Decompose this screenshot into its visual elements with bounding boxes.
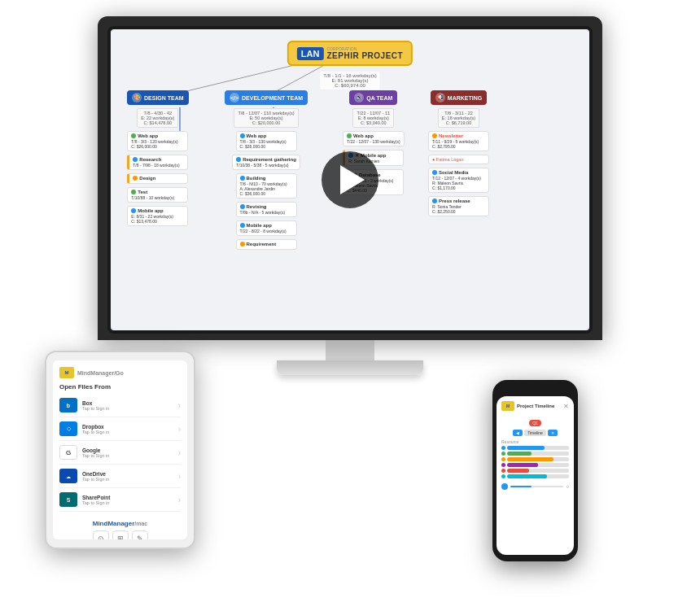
marketing-info: T/8 - 3/11 - 22E: 18 workday(s)C: $6,719… [438,108,479,128]
desktop-monitor: LAN CORPORATION ZEPHIR PROJECT T/8 - 1/1… [98,16,602,375]
phone-bar-4 [507,463,569,467]
dev-mobileapp-card: Mobile app T/22 - 8/22 - 8 workday(s) [236,220,297,236]
tablet-edit-icon[interactable]: ✎ [132,530,148,539]
phone-progress-track [510,486,563,487]
monitor-stand-base [277,360,423,375]
phone-bar-6 [507,474,569,478]
monitor-stand-neck [326,340,374,360]
dropbox-icon: ◇ [59,421,77,436]
phone-row-6 [501,474,569,478]
phone-bottom-row: ○ [501,483,569,490]
design-team-header: 🎨 DESIGN TEAM [127,90,189,105]
tablet-bottom-brand: MindManager/mac [59,520,181,527]
google-arrow-icon: › [178,448,181,457]
design-test-card: Test T/10/88 - 10 workday(s) [127,187,188,203]
tablet-bottom-section: MindManager/mac ⊙ ⊞ ✎ [59,520,181,539]
tablet-view-icon[interactable]: ⊙ [93,530,109,539]
tablet-logo-icon: M [59,367,74,378]
phone-header: M Project Timeline ✕ [501,401,569,411]
phone-row-2 [501,452,569,456]
marketing-header: 📢 MARKETING [431,90,487,105]
tablet-subtitle: Open Files From [59,383,181,391]
sharepoint-arrow-icon: › [178,495,181,504]
phone-fill-3 [507,457,553,461]
phone-nav-buttons: ◀ Timeline ✕ [501,430,569,436]
phone-logo: M [501,401,514,411]
phone-row-4 [501,463,569,467]
phone-bar-1 [507,446,569,450]
phone-notch [519,386,552,393]
phone-row-3 [501,457,569,461]
tablet-google-info: Google Tap to Sign in [82,447,173,458]
phone-nav-label: Timeline [524,430,546,436]
box-arrow-icon: › [178,401,181,410]
sharepoint-icon: S [59,492,77,507]
phone-nav-btn2[interactable]: ✕ [548,430,558,436]
marketing-column: 📢 MARKETING T/8 - 3/11 - 22E: 18 workday… [428,90,489,216]
phone-circle-indicator [501,483,508,490]
qa-team-info: T/22 - 12/07 - 11E: 8 workday(s)C: $3,04… [352,108,394,128]
phone-dot-3 [501,457,505,461]
phone-fill-5 [507,469,529,473]
root-info: T/8 - 1/1 - 16 workday(s) E: 91 workday(… [320,72,379,89]
tablet-box-info: Box Tap to Sign in [82,400,173,411]
tablet-grid-icon[interactable]: ⊞ [112,530,129,539]
tablet-device: M MindManager/Go Open Files From b Box T… [45,351,195,549]
tablet-file-sharepoint[interactable]: S SharePoint Tap to Sign in › [59,488,181,512]
phone-dot-6 [501,474,505,478]
qa-icon: 🔊 [354,93,364,103]
phone-row-5 [501,469,569,473]
dev-webapp-card: Web app T/8 - 3/3 - 130 workday(s) C: $2… [236,131,297,151]
tablet-file-dropbox[interactable]: ◇ Dropbox Tap to Sign in › [59,417,181,441]
phone-bar-2 [507,452,569,456]
tablet-file-onedrive[interactable]: ☁ OneDrive Tap to Sign in › [59,465,181,488]
onedrive-icon: ☁ [59,469,77,483]
marketing-newsletter-card: Newsletter T/11 - 9/29 - 5 workday(s) C:… [428,131,489,151]
onedrive-arrow-icon: › [178,472,181,481]
tablet-screen: M MindManager/Go Open Files From b Box T… [53,360,187,539]
monitor-screen: LAN CORPORATION ZEPHIR PROJECT T/8 - 1/1… [111,29,589,330]
phone-dot-5 [501,469,505,473]
design-design-card: Design [127,173,188,184]
phone-close-button[interactable]: ✕ [563,403,569,410]
phone-nav-btn1[interactable]: ◀ [513,430,523,436]
design-icon: 🎨 [132,93,142,103]
dev-building-card: Building T/8 - N/10 - 70 workday(s) A: A… [236,173,297,199]
play-button[interactable] [322,151,378,208]
phone-badge-row: Q1 [501,413,569,428]
phone-bar-3 [507,457,569,461]
marketing-press-card: Press release R: Sonia Tender C: $2,250.… [428,196,489,216]
phone-fill-4 [507,463,538,467]
marketing-fatima-card: ● Fatima Logan [428,155,489,164]
qa-team-header: 🔊 QA TEAM [349,90,397,105]
root-node: LAN CORPORATION ZEPHIR PROJECT [287,41,413,66]
dev-revising-card: Revising T/8b - N/A - 5 workday(s) [236,202,297,217]
tablet-icon-row: ⊙ ⊞ ✎ [59,530,181,539]
dev-requirement-card: Requirement gathering T/10/38 - 5/38 - 5… [232,155,300,170]
dropbox-arrow-icon: › [178,425,181,434]
qa-webapp-card: Web app T/22 - 12/07 - 130 workday(s) [343,131,405,146]
design-team-info: T/8 - 4/30 - 42E: 22 workday(s)C: $14,47… [137,108,178,128]
design-research-card: Research T/8 - 7/98 - 18 workday(s) [127,155,188,170]
tablet-app-header: M MindManager/Go [59,367,181,378]
google-icon: G [59,445,77,460]
design-mobileapp-card: Mobile app E: 8/31 - 22 workday(s) C: $1… [127,206,188,226]
scene: LAN CORPORATION ZEPHIR PROJECT T/8 - 1/1… [0,0,700,598]
phone-timeline-section: Resource [501,439,569,478]
project-name: ZEPHIR PROJECT [326,51,403,60]
dev-team-column: </> DEVELOPMENT TEAM T/8 - 12/07 - 110 w… [225,90,308,250]
phone-fill-6 [507,474,547,478]
phone-page-indicator: ○ [566,484,569,489]
marketing-socialmedia-card: Social Media T/12 - 12/07 - 4 workday(s)… [428,168,489,193]
phone-fill-2 [507,452,532,456]
dev-requirement2-card: Requirement [236,239,297,250]
tablet-brand: MindManager/Go [77,369,124,377]
phone-fill-1 [507,446,545,450]
tablet-file-box[interactable]: b Box Tap to Sign in › [59,394,181,417]
phone-title: Project Timeline [517,404,563,408]
phone-progress-fill [510,486,532,487]
tablet-onedrive-info: OneDrive Tap to Sign in [82,471,173,482]
phone-bar-5 [507,469,569,473]
tablet-file-google[interactable]: G Google Tap to Sign in › [59,441,181,465]
box-icon: b [59,398,77,412]
